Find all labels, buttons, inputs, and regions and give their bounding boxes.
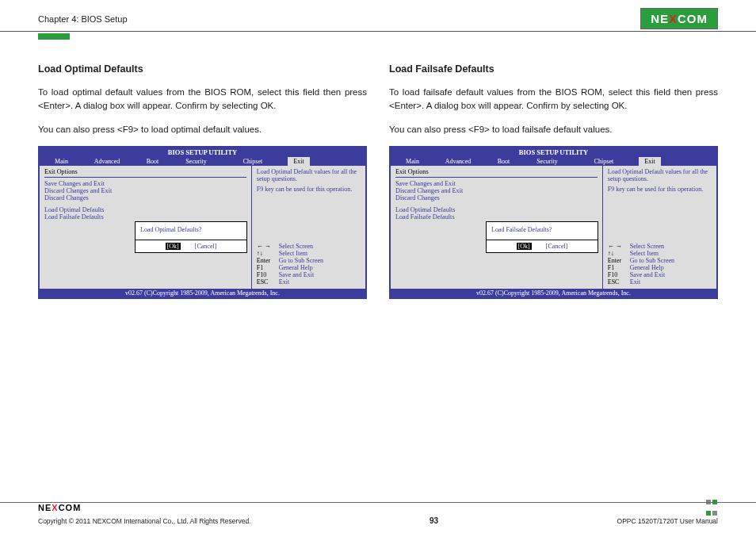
paragraph: To load failsafe default values from the…: [389, 86, 718, 113]
nexcom-logo: NEXCOM: [640, 8, 718, 29]
nav-key: ESC: [608, 278, 630, 286]
nav-val: Select Screen: [630, 243, 664, 250]
confirm-dialog: Load Failsafe Defaults? [Ok] [Cancel]: [486, 221, 598, 253]
nav-key: ↑↓: [257, 250, 279, 257]
cancel-button[interactable]: [Cancel]: [195, 243, 217, 250]
section-title-failsafe: Load Failsafe Defaults: [389, 63, 718, 75]
item-discard-exit[interactable]: Discard Changes and Exit: [395, 187, 598, 194]
bios-title: BIOS SETUP UTILITY: [391, 148, 716, 157]
nav-key: F10: [257, 271, 279, 278]
accent-bar: [38, 33, 70, 40]
menu-advanced[interactable]: Advanced: [434, 157, 482, 166]
nav-val: Exit: [630, 278, 640, 286]
nav-val: Select Screen: [279, 243, 313, 250]
menu-security[interactable]: Security: [525, 157, 569, 166]
item-discard[interactable]: Discard Changes: [44, 194, 246, 201]
logo-post: COM: [678, 12, 708, 25]
nav-help: ← →Select Screen ↑↓Select Item EnterGo t…: [257, 243, 361, 286]
bios-screenshot-optimal: BIOS SETUP UTILITY Main Advanced Boot Se…: [38, 146, 367, 299]
logo-x: X: [669, 12, 678, 25]
nav-val: Go to Sub Screen: [630, 257, 674, 264]
bios-menu: Main Advanced Boot Security Chipset Exit: [40, 157, 365, 166]
bios-menu: Main Advanced Boot Security Chipset Exit: [391, 157, 716, 166]
nav-key: Enter: [608, 257, 630, 264]
section-title-optimal: Load Optimal Defaults: [38, 63, 367, 75]
page-number: 93: [430, 516, 438, 525]
paragraph: You can also press <F9> to load optimal …: [38, 123, 367, 136]
menu-boot[interactable]: Boot: [482, 157, 525, 166]
page-footer: NEXCOM Copyright © 2011 NEXCOM Internati…: [0, 502, 756, 525]
item-load-failsafe[interactable]: Load Failsafe Defaults: [395, 213, 598, 220]
nav-val: Save and Exit: [279, 271, 314, 278]
menu-boot[interactable]: Boot: [131, 157, 174, 166]
nav-key: F10: [608, 271, 630, 278]
help-text: Load Optimal Default values for all the …: [257, 168, 361, 182]
nav-val: Save and Exit: [630, 271, 665, 278]
bios-copyright: v02.67 (C)Copyright 1985-2009, American …: [391, 289, 716, 297]
nav-help: ← →Select Screen ↑↓Select Item EnterGo t…: [608, 243, 712, 286]
logo-x: X: [52, 503, 58, 512]
footer-manual: OPPC 1520T/1720T User Manual: [617, 517, 718, 525]
nav-key: ← →: [608, 243, 630, 250]
item-load-failsafe[interactable]: Load Failsafe Defaults: [44, 213, 246, 220]
menu-main[interactable]: Main: [40, 157, 83, 166]
nav-key: ← →: [257, 243, 279, 250]
nav-key: ↑↓: [608, 250, 630, 257]
help-text-2: F9 key can be used for this operation.: [257, 186, 361, 193]
right-column: Load Failsafe Defaults To load failsafe …: [389, 63, 718, 299]
nav-key: F1: [608, 264, 630, 271]
menu-chipset[interactable]: Chipset: [569, 157, 639, 166]
bios-screenshot-failsafe: BIOS SETUP UTILITY Main Advanced Boot Se…: [389, 146, 718, 299]
menu-exit[interactable]: Exit: [288, 157, 310, 166]
confirm-dialog: Load Optimal Defaults? [Ok] [Cancel]: [135, 221, 247, 253]
item-save-exit[interactable]: Save Changes and Exit: [44, 180, 246, 187]
exit-options-header: Exit Options: [44, 168, 246, 175]
item-discard-exit[interactable]: Discard Changes and Exit: [44, 187, 246, 194]
logo-pre: NE: [651, 12, 669, 25]
ok-button[interactable]: [Ok]: [166, 243, 181, 250]
footer-logo: NEXCOM: [38, 503, 81, 512]
nav-val: Select Item: [279, 250, 307, 257]
logo-pre: NE: [38, 503, 52, 512]
help-text: Load Optimal Default values for all the …: [608, 168, 712, 182]
footer-copyright: Copyright © 2011 NEXCOM International Co…: [38, 517, 250, 525]
menu-main[interactable]: Main: [391, 157, 434, 166]
nav-key: Enter: [257, 257, 279, 264]
cancel-button[interactable]: [Cancel]: [546, 243, 568, 250]
menu-chipset[interactable]: Chipset: [218, 157, 288, 166]
nav-key: ESC: [257, 278, 279, 286]
nav-val: Select Item: [630, 250, 659, 257]
left-column: Load Optimal Defaults To load optimal de…: [38, 63, 367, 299]
bios-title: BIOS SETUP UTILITY: [40, 148, 365, 157]
dialog-title: Load Optimal Defaults?: [136, 222, 246, 240]
nav-val: Exit: [279, 278, 289, 286]
logo-post: COM: [59, 503, 82, 512]
ok-button[interactable]: [Ok]: [517, 243, 532, 250]
exit-options-header: Exit Options: [395, 168, 598, 175]
nav-val: General Help: [630, 264, 664, 271]
menu-exit[interactable]: Exit: [639, 157, 661, 166]
item-discard[interactable]: Discard Changes: [395, 194, 598, 201]
dialog-title: Load Failsafe Defaults?: [487, 222, 598, 240]
menu-security[interactable]: Security: [174, 157, 218, 166]
menu-advanced[interactable]: Advanced: [83, 157, 131, 166]
nav-val: General Help: [279, 264, 313, 271]
chapter-title: Chapter 4: BIOS Setup: [38, 14, 128, 24]
item-load-optimal[interactable]: Load Optimal Defaults: [44, 206, 246, 213]
item-load-optimal[interactable]: Load Optimal Defaults: [395, 206, 598, 213]
paragraph: To load optimal default values from the …: [38, 86, 367, 113]
help-text-2: F9 key can be used for this operation.: [608, 186, 712, 193]
nav-key: F1: [257, 264, 279, 271]
nav-val: Go to Sub Screen: [279, 257, 323, 264]
bios-copyright: v02.67 (C)Copyright 1985-2009, American …: [40, 289, 365, 297]
item-save-exit[interactable]: Save Changes and Exit: [395, 180, 598, 187]
paragraph: You can also press <F9> to load failsafe…: [389, 123, 718, 136]
